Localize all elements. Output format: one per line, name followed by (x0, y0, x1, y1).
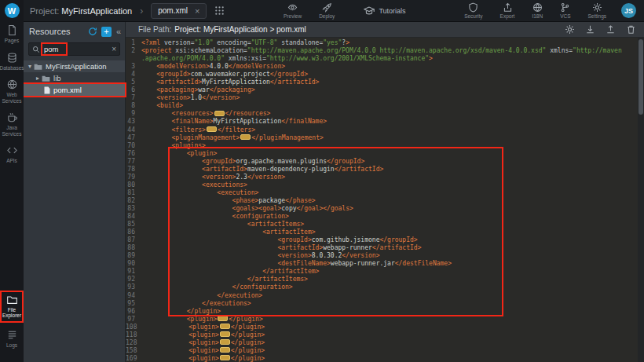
upload-icon[interactable] (606, 24, 616, 35)
code-line[interactable]: 43 <finalName>MyFirstApplication</finalN… (126, 118, 644, 126)
code-line[interactable]: 78 <artifactId>maven-dependency-plugin</… (126, 166, 644, 174)
line-number: 70 (126, 142, 141, 150)
refresh-icon[interactable] (88, 27, 97, 36)
code-line[interactable]: 118 <plugin></plugin> (126, 331, 644, 339)
scrollbar-thumb[interactable] (639, 39, 643, 115)
tree-item-pom-xml[interactable]: pom.xml (24, 84, 125, 96)
code-line[interactable]: 128 <plugin></plugin> (126, 339, 644, 347)
code-line[interactable]: 44 <filters></filters> (126, 126, 644, 134)
code-line[interactable]: 169 <plugin></plugin> (126, 355, 644, 362)
tree-item-label: lib (53, 74, 61, 82)
line-number: 8 (126, 102, 141, 110)
editor-scrollbar[interactable] (638, 38, 644, 362)
code-line[interactable]: 158 <plugin></plugin> (126, 347, 644, 355)
sidebar-item-java-services[interactable]: Java Services (1, 112, 23, 137)
folded-region-marker[interactable] (240, 134, 251, 140)
line-number: 96 (126, 308, 141, 316)
sidebar-item-logs[interactable]: Logs (1, 329, 23, 349)
code-line[interactable]: 47 <pluginManagement></pluginManagement> (126, 134, 644, 142)
code-line[interactable]: 87 <groupId>com.github.jsimone</groupId> (126, 236, 644, 244)
code-line[interactable]: 80 <executions> (126, 181, 644, 189)
code-line[interactable]: 84 <configuration> (126, 213, 644, 221)
code-line[interactable]: 9 <resources></resources> (126, 110, 644, 118)
tree-item-project-root[interactable]: ▾ MyFirstApplication (24, 60, 125, 72)
collapse-panel-icon[interactable]: « (116, 27, 121, 36)
code-line[interactable]: 93 </configuration> (126, 283, 644, 291)
sidebar-item-pages[interactable]: Pages (1, 24, 23, 44)
resources-tree: ▾ MyFirstApplication ▸ lib pom.xml (24, 60, 125, 96)
resources-search-input[interactable]: pom × (28, 42, 120, 56)
line-number: 85 (126, 221, 141, 229)
code-line[interactable]: 81 <execution> (126, 189, 644, 197)
code-line[interactable]: 1<?xml version="1.0" encoding="UTF-8" st… (126, 39, 644, 47)
code-line[interactable]: 5 <artifactId>MyFirstApplication</artifa… (126, 79, 644, 86)
code-line[interactable]: 108 <plugin></plugin> (126, 324, 644, 331)
code-line[interactable]: 3 <modelVersion>4.0.0</modelVersion> (126, 63, 644, 71)
code-line[interactable]: 70 <plugins> (126, 142, 644, 150)
code-line[interactable]: 77 <groupId>org.apache.maven.plugins</gr… (126, 158, 644, 166)
caret-down-icon[interactable]: ▾ (28, 63, 31, 70)
folder-icon (34, 63, 42, 71)
code-line[interactable]: 2<project xsi:schemaLocation="http://mav… (126, 47, 644, 55)
export-button[interactable]: Export (500, 2, 515, 19)
clear-search-icon[interactable]: × (112, 45, 116, 53)
code-line[interactable]: .apache.org/POM/4.0.0" xmlns:xsi="http:/… (126, 55, 644, 63)
deploy-button[interactable]: Deploy (319, 2, 335, 19)
vcs-button[interactable]: VCS (560, 2, 570, 19)
code-line[interactable]: 94 </execution> (126, 292, 644, 300)
code-line[interactable]: 88 <artifactId>webapp-runner</artifactId… (126, 244, 644, 252)
folded-region-marker[interactable] (207, 126, 217, 132)
wavemaker-logo[interactable]: W (5, 3, 20, 18)
folded-region-marker[interactable] (220, 347, 230, 353)
download-icon[interactable] (585, 24, 595, 35)
editor-header: File Path: Project: MyFirstApplication >… (126, 22, 644, 38)
search-icon (32, 46, 40, 53)
tutorials-button[interactable]: Tutorials (364, 5, 405, 16)
line-number: 169 (126, 355, 143, 362)
folded-region-marker[interactable] (220, 339, 230, 345)
code-line[interactable]: 4 <groupId>com.wavemaker.project</groupI… (126, 71, 644, 79)
sidebar-item-file-explorer[interactable]: File Explorer (2, 292, 22, 321)
folded-region-marker[interactable] (220, 331, 230, 337)
code-line[interactable]: 6 <packaging>war</packaging> (126, 86, 644, 94)
preview-button[interactable]: Preview (284, 2, 302, 19)
code-line[interactable]: 91 </artifactItem> (126, 268, 644, 276)
editor-settings-gear-icon[interactable] (565, 24, 575, 35)
code-editor[interactable]: 1<?xml version="1.0" encoding="UTF-8" st… (126, 38, 644, 362)
sidebar-item-apis[interactable]: APIs (1, 144, 23, 164)
user-avatar[interactable]: JS (621, 3, 636, 18)
code-line[interactable]: 96 </plugin> (126, 308, 644, 316)
code-line[interactable]: 90 <destFileName>webapp-runner.jar</dest… (126, 260, 644, 268)
tab-pom-xml[interactable]: pom.xml × (151, 3, 207, 19)
file-icon (44, 86, 50, 94)
folded-region-marker[interactable] (218, 316, 228, 321)
sidebar-item-web-services[interactable]: Web Services (1, 79, 23, 104)
folded-region-marker[interactable] (214, 111, 225, 116)
code-line[interactable]: 85 <artifactItems> (126, 221, 644, 229)
code-line[interactable]: 89 <version>8.0.30.2</version> (126, 252, 644, 260)
code-line[interactable]: 79 <version>2.3</version> (126, 174, 644, 181)
security-button[interactable]: Security (464, 2, 482, 19)
sidebar-item-databases[interactable]: Databases (1, 52, 23, 71)
i18n-button[interactable]: I18N (532, 2, 543, 19)
code-line[interactable]: 8 <build> (126, 102, 644, 110)
code-line[interactable]: 92 </artifactItems> (126, 276, 644, 283)
code-line[interactable]: 97 <plugin></plugin> (126, 316, 644, 324)
add-resource-button[interactable]: + (101, 27, 112, 37)
search-input-value[interactable]: pom (42, 44, 66, 54)
delete-icon[interactable] (626, 24, 636, 35)
code-line[interactable]: 7 <version>1.0</version> (126, 94, 644, 102)
tree-item-label: MyFirstApplication (46, 62, 107, 71)
folded-region-marker[interactable] (220, 324, 230, 329)
code-line[interactable]: 82 <phase>package</phase> (126, 197, 644, 205)
code-line[interactable]: 95 </executions> (126, 300, 644, 308)
caret-right-icon[interactable]: ▸ (36, 75, 39, 82)
code-line[interactable]: 76 <plugin> (126, 150, 644, 158)
code-line[interactable]: 86 <artifactItem> (126, 229, 644, 236)
close-icon[interactable]: × (195, 6, 199, 16)
settings-button[interactable]: Settings (588, 2, 607, 19)
apps-grid-icon[interactable] (214, 5, 225, 16)
tree-item-lib[interactable]: ▸ lib (24, 72, 125, 84)
folded-region-marker[interactable] (220, 355, 230, 360)
code-line[interactable]: 83 <goals><goal>copy</goal></goals> (126, 205, 644, 213)
